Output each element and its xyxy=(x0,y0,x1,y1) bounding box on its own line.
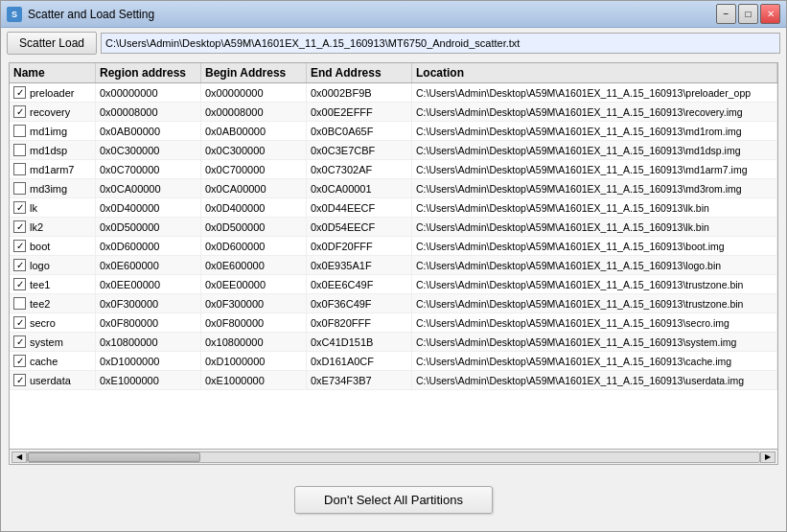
cell-region-14: 0xD1000000 xyxy=(96,352,201,370)
cell-end-15: 0xE734F3B7 xyxy=(307,371,412,389)
scrollbar-thumb[interactable] xyxy=(28,452,200,462)
cell-location-9: C:\Users\Admin\Desktop\A59M\A1601EX_11_A… xyxy=(412,256,777,274)
cell-begin-15: 0xE1000000 xyxy=(201,371,307,389)
row-checkbox-11[interactable] xyxy=(13,297,26,310)
col-header-name: Name xyxy=(10,63,96,82)
scroll-right-button[interactable]: ▶ xyxy=(760,451,775,463)
cell-region-6: 0x0D400000 xyxy=(96,198,201,217)
cell-region-7: 0x0D500000 xyxy=(96,218,201,236)
cell-region-1: 0x00008000 xyxy=(96,103,201,121)
row-checkbox-7[interactable] xyxy=(13,220,26,233)
table-row: md3img 0x0CA00000 0x0CA00000 0x0CA00001 … xyxy=(10,179,777,198)
cell-name-text-2: md1img xyxy=(30,126,67,137)
table-row: tee1 0x0EE00000 0x0EE00000 0x0EE6C49F C:… xyxy=(10,275,777,294)
scroll-left-button[interactable]: ◀ xyxy=(12,451,27,463)
row-checkbox-5[interactable] xyxy=(13,182,26,195)
table-header: Name Region address Begin Address End Ad… xyxy=(10,63,777,83)
row-checkbox-13[interactable] xyxy=(13,335,26,348)
table-row: tee2 0x0F300000 0x0F300000 0x0F36C49F C:… xyxy=(10,294,777,313)
cell-name-0: preloader xyxy=(10,83,96,102)
content-area: Name Region address Begin Address End Ad… xyxy=(1,58,786,469)
row-checkbox-6[interactable] xyxy=(13,201,26,214)
table-body: preloader 0x00000000 0x00000000 0x0002BF… xyxy=(10,83,777,449)
cell-location-12: C:\Users\Admin\Desktop\A59M\A1601EX_11_A… xyxy=(412,313,777,332)
cell-name-4: md1arm7 xyxy=(10,160,96,178)
cell-name-text-14: cache xyxy=(30,356,58,367)
cell-location-11: C:\Users\Admin\Desktop\A59M\A1601EX_11_A… xyxy=(412,294,777,312)
cell-name-1: recovery xyxy=(10,103,96,121)
close-button[interactable]: ✕ xyxy=(760,4,780,24)
cell-region-15: 0xE1000000 xyxy=(96,371,201,389)
col-header-end: End Address xyxy=(307,63,412,82)
table-row: cache 0xD1000000 0xD1000000 0xD161A0CF C… xyxy=(10,352,777,371)
maximize-button[interactable]: □ xyxy=(738,4,758,24)
cell-name-text-11: tee2 xyxy=(30,298,50,310)
cell-region-8: 0x0D600000 xyxy=(96,237,201,255)
cell-begin-10: 0x0EE00000 xyxy=(201,275,307,293)
cell-end-4: 0x0C7302AF xyxy=(307,160,412,178)
cell-end-2: 0x0BC0A65F xyxy=(307,122,412,140)
cell-begin-14: 0xD1000000 xyxy=(201,352,307,370)
table-row: secro 0x0F800000 0x0F800000 0x0F820FFF C… xyxy=(10,313,777,333)
row-checkbox-4[interactable] xyxy=(13,163,26,175)
cell-begin-6: 0x0D400000 xyxy=(201,198,307,217)
toolbar: Scatter Load C:\Users\Admin\Desktop\A59M… xyxy=(1,28,786,58)
row-checkbox-0[interactable] xyxy=(13,86,26,99)
cell-begin-7: 0x0D500000 xyxy=(201,218,307,236)
cell-end-6: 0x0D44EECF xyxy=(307,198,412,217)
cell-end-9: 0x0E935A1F xyxy=(307,256,412,274)
title-bar: S Scatter and Load Setting − □ ✕ xyxy=(1,1,786,28)
cell-name-text-13: system xyxy=(30,336,63,348)
row-checkbox-15[interactable] xyxy=(13,374,26,386)
cell-name-11: tee2 xyxy=(10,294,96,312)
cell-location-15: C:\Users\Admin\Desktop\A59M\A1601EX_11_A… xyxy=(412,371,777,389)
table-row: recovery 0x00008000 0x00008000 0x00E2EFF… xyxy=(10,103,777,122)
cell-end-1: 0x00E2EFFF xyxy=(307,103,412,121)
cell-region-2: 0x0AB00000 xyxy=(96,122,201,140)
cell-location-0: C:\Users\Admin\Desktop\A59M\A1601EX_11_A… xyxy=(412,83,777,102)
cell-begin-5: 0x0CA00000 xyxy=(201,179,307,197)
cell-begin-13: 0x10800000 xyxy=(201,333,307,351)
cell-location-4: C:\Users\Admin\Desktop\A59M\A1601EX_11_A… xyxy=(412,160,777,178)
cell-region-5: 0x0CA00000 xyxy=(96,179,201,197)
cell-begin-3: 0x0C300000 xyxy=(201,141,307,159)
dont-select-all-button[interactable]: Don't Select All Partitions xyxy=(294,486,493,514)
cell-end-13: 0xC41D151B xyxy=(307,333,412,351)
cell-region-3: 0x0C300000 xyxy=(96,141,201,159)
cell-region-10: 0x0EE00000 xyxy=(96,275,201,293)
cell-begin-12: 0x0F800000 xyxy=(201,313,307,332)
cell-name-5: md3img xyxy=(10,179,96,197)
horizontal-scrollbar[interactable]: ◀ ▶ xyxy=(10,449,777,464)
row-checkbox-2[interactable] xyxy=(13,125,26,137)
row-checkbox-9[interactable] xyxy=(13,259,26,271)
row-checkbox-12[interactable] xyxy=(13,316,26,329)
table-row: logo 0x0E600000 0x0E600000 0x0E935A1F C:… xyxy=(10,256,777,275)
cell-region-11: 0x0F300000 xyxy=(96,294,201,312)
row-checkbox-8[interactable] xyxy=(13,240,26,252)
cell-name-12: secro xyxy=(10,313,96,332)
table-row: system 0x10800000 0x10800000 0xC41D151B … xyxy=(10,333,777,352)
col-header-begin: Begin Address xyxy=(201,63,307,82)
main-window: S Scatter and Load Setting − □ ✕ Scatter… xyxy=(0,0,787,532)
table-row: md1dsp 0x0C300000 0x0C300000 0x0C3E7CBF … xyxy=(10,141,777,160)
row-checkbox-14[interactable] xyxy=(13,355,26,367)
cell-end-3: 0x0C3E7CBF xyxy=(307,141,412,159)
cell-name-text-8: boot xyxy=(30,241,50,252)
cell-end-10: 0x0EE6C49F xyxy=(307,275,412,293)
file-path-display: C:\Users\Admin\Desktop\A59M\A1601EX_11_A… xyxy=(101,33,780,54)
cell-region-4: 0x0C700000 xyxy=(96,160,201,178)
table-row: boot 0x0D600000 0x0D600000 0x0DF20FFF C:… xyxy=(10,237,777,256)
cell-location-8: C:\Users\Admin\Desktop\A59M\A1601EX_11_A… xyxy=(412,237,777,255)
cell-name-text-4: md1arm7 xyxy=(30,164,74,175)
scatter-load-button[interactable]: Scatter Load xyxy=(7,32,97,55)
row-checkbox-1[interactable] xyxy=(13,105,26,118)
scrollbar-track[interactable] xyxy=(27,451,760,463)
row-checkbox-3[interactable] xyxy=(13,144,26,156)
cell-end-12: 0x0F820FFF xyxy=(307,313,412,332)
col-header-location: Location xyxy=(412,63,777,82)
minimize-button[interactable]: − xyxy=(716,4,736,24)
cell-end-7: 0x0D54EECF xyxy=(307,218,412,236)
row-checkbox-10[interactable] xyxy=(13,278,26,290)
cell-name-2: md1img xyxy=(10,122,96,140)
cell-name-14: cache xyxy=(10,352,96,370)
